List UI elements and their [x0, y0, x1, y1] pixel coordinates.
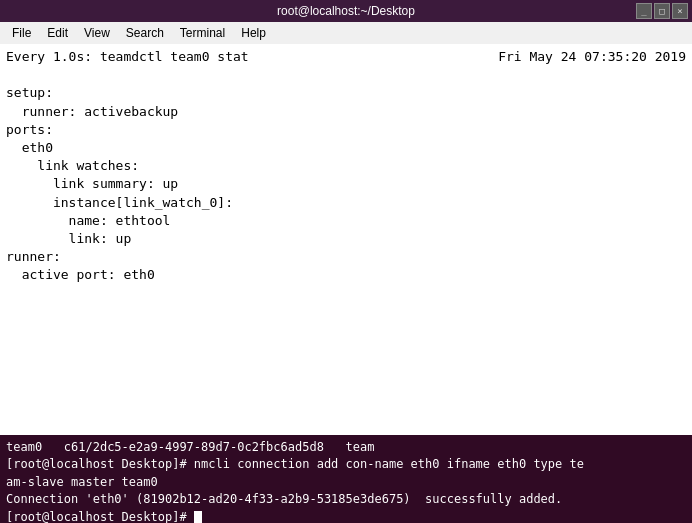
menu-search[interactable]: Search — [118, 24, 172, 42]
lower-line-3: am-slave master team0 — [6, 474, 686, 491]
menu-file[interactable]: File — [4, 24, 39, 42]
term-line-instance: instance[link_watch_0]: — [6, 194, 686, 212]
menu-help[interactable]: Help — [233, 24, 274, 42]
close-button[interactable]: × — [672, 3, 688, 19]
menu-view[interactable]: View — [76, 24, 118, 42]
lower-line-1: team0 c61/2dc5-e2a9-4997-89d7-0c2fbc6ad5… — [6, 439, 686, 456]
term-line-link: link: up — [6, 230, 686, 248]
term-line-link-watches: link watches: — [6, 157, 686, 175]
window-title: root@localhost:~/Desktop — [277, 4, 415, 18]
terminal-body[interactable]: Every 1.0s: teamdctl team0 stat Fri May … — [0, 44, 692, 523]
terminal-cursor — [194, 511, 202, 523]
window-controls: _ □ × — [636, 3, 688, 19]
status-header-line: Every 1.0s: teamdctl team0 stat Fri May … — [6, 48, 686, 66]
title-bar: root@localhost:~/Desktop _ □ × — [0, 0, 692, 22]
lower-line-5: [root@localhost Desktop]# — [6, 509, 686, 523]
lower-line-2: [root@localhost Desktop]# nmcli connecti… — [6, 456, 686, 473]
terminal-window: root@localhost:~/Desktop _ □ × File Edit… — [0, 0, 692, 523]
terminal-lower-pane[interactable]: team0 c61/2dc5-e2a9-4997-89d7-0c2fbc6ad5… — [0, 435, 692, 523]
status-timestamp: Fri May 24 07:35:20 2019 — [498, 48, 686, 66]
minimize-button[interactable]: _ — [636, 3, 652, 19]
lower-line-4: Connection 'eth0' (81902b12-ad20-4f33-a2… — [6, 491, 686, 508]
terminal-upper-pane[interactable]: Every 1.0s: teamdctl team0 stat Fri May … — [0, 44, 692, 435]
term-line-runner2: runner: — [6, 248, 686, 266]
menu-terminal[interactable]: Terminal — [172, 24, 233, 42]
term-line-ports: ports: — [6, 121, 686, 139]
term-line-eth0: eth0 — [6, 139, 686, 157]
status-command: Every 1.0s: teamdctl team0 stat — [6, 48, 249, 66]
term-line-name: name: ethtool — [6, 212, 686, 230]
term-line-setup: setup: — [6, 84, 686, 102]
menubar: File Edit View Search Terminal Help — [0, 22, 692, 44]
term-line-link-summary: link summary: up — [6, 175, 686, 193]
term-line-active-port: active port: eth0 — [6, 266, 686, 284]
menu-edit[interactable]: Edit — [39, 24, 76, 42]
term-blank-1 — [6, 66, 686, 84]
maximize-button[interactable]: □ — [654, 3, 670, 19]
term-line-runner: runner: activebackup — [6, 103, 686, 121]
